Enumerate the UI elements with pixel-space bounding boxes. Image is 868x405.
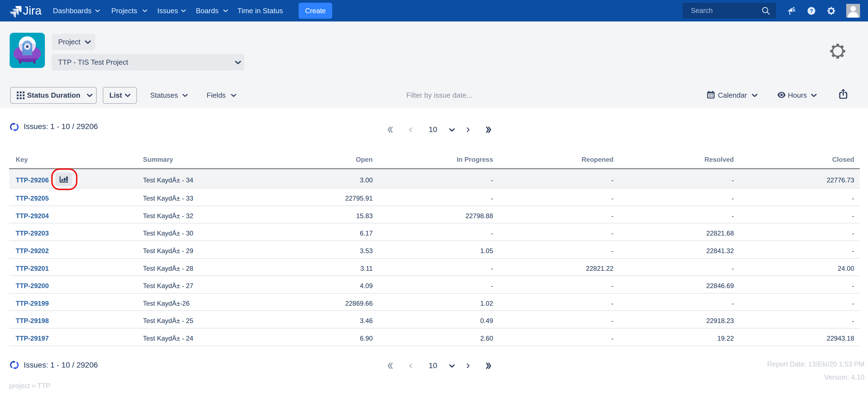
svg-text:?: ? xyxy=(810,8,813,14)
